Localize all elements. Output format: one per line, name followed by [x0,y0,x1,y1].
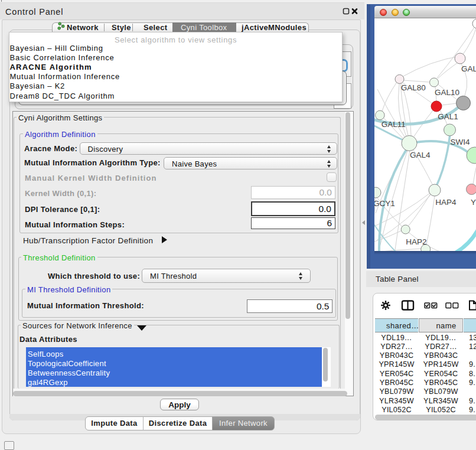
svg-text:GAL10: GAL10 [435,88,459,97]
svg-text:GCY1: GCY1 [374,199,395,208]
svg-text:Y: Y [471,198,476,207]
svg-text:HAP4: HAP4 [435,198,457,207]
svg-text:SWI4: SWI4 [451,138,470,146]
svg-text:GAL7: GAL7 [461,64,476,73]
svg-text:GAL11: GAL11 [382,120,406,129]
svg-text:HAP2: HAP2 [406,237,426,246]
svg-text:GAL80: GAL80 [401,83,426,92]
svg-text:GAL4: GAL4 [410,151,431,159]
svg-text:GAL1: GAL1 [438,112,458,121]
